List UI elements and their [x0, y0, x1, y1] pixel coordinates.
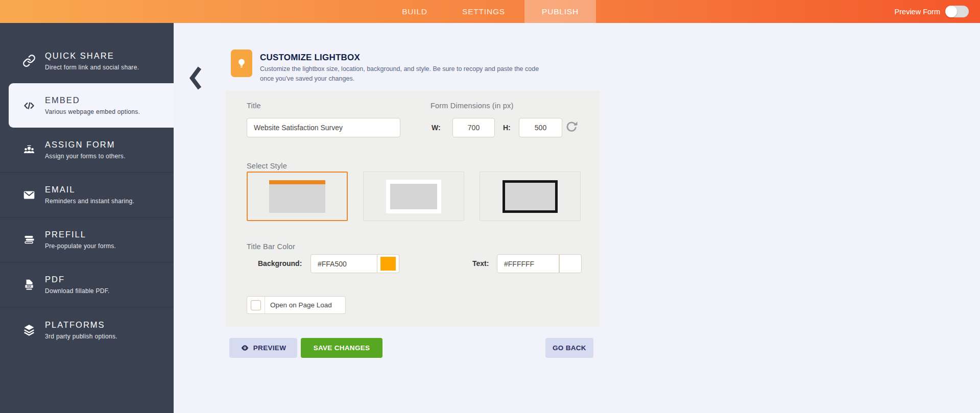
- save-button-label: SAVE CHANGES: [314, 344, 370, 352]
- topbar: BUILD SETTINGS PUBLISH Preview Form: [0, 0, 980, 23]
- width-input[interactable]: [452, 118, 495, 137]
- text-color-input[interactable]: [497, 254, 559, 273]
- sidebar-item-platforms[interactable]: PLATFORMS 3rd party publish options.: [0, 307, 174, 352]
- style-option-black-border[interactable]: [480, 172, 581, 221]
- sidebar-item-subtitle: Download fillable PDF.: [45, 287, 110, 295]
- open-on-page-load-control[interactable]: Open on Page Load: [247, 296, 346, 314]
- customize-lightbox-panel: Title Form Dimensions (in px) W: H: Sele…: [226, 91, 600, 327]
- background-color-input[interactable]: [310, 254, 377, 273]
- chevron-left-icon: [188, 66, 204, 90]
- text-color-label: Text:: [472, 259, 489, 268]
- title-label: Title: [247, 102, 261, 110]
- tab-publish[interactable]: PUBLISH: [524, 0, 596, 23]
- reset-dimensions-button[interactable]: [564, 120, 579, 135]
- link-icon: [22, 54, 36, 68]
- code-icon: [22, 99, 36, 112]
- layers-icon: [22, 323, 36, 337]
- save-changes-button[interactable]: SAVE CHANGES: [301, 338, 383, 358]
- preview-form-control: Preview Form: [895, 0, 969, 23]
- divider: [265, 297, 265, 313]
- preview-form-label: Preview Form: [895, 8, 940, 16]
- sidebar-item-subtitle: Direct form link and social share.: [45, 64, 139, 71]
- height-input[interactable]: [519, 118, 562, 137]
- envelope-icon: [22, 188, 36, 202]
- style-option-white-border[interactable]: [363, 172, 464, 221]
- sidebar-item-subtitle: 3rd party publish options.: [45, 333, 117, 340]
- people-icon: [22, 143, 36, 157]
- sidebar-item-assign-form[interactable]: ASSIGN FORM Assign your forms to others.: [0, 128, 174, 173]
- preview-form-toggle[interactable]: [946, 6, 969, 17]
- sidebar-item-subtitle: Pre-populate your forms.: [45, 242, 116, 250]
- swatch-fill: [563, 257, 578, 271]
- sidebar-item-email[interactable]: EMAIL Reminders and instant sharing.: [0, 173, 174, 217]
- sidebar-item-embed[interactable]: EMBED Various webpage embed options.: [9, 83, 174, 128]
- text-color-swatch[interactable]: [559, 254, 582, 273]
- sidebar-item-title: PDF: [45, 275, 110, 284]
- sidebar-item-title: ASSIGN FORM: [45, 140, 126, 150]
- main-content: CUSTOMIZE LIGHTBOX Customize the lightbo…: [174, 23, 980, 413]
- background-color-swatch[interactable]: [377, 254, 399, 273]
- open-on-page-load-checkbox[interactable]: [251, 300, 261, 310]
- svg-text:PDF: PDF: [27, 285, 31, 287]
- width-label: W:: [432, 124, 441, 132]
- title-bar-color-label: Title Bar Color: [247, 242, 295, 251]
- go-back-button-label: GO BACK: [553, 344, 586, 352]
- sidebar-item-pdf[interactable]: PDF PDF Download fillable PDF.: [0, 262, 174, 307]
- app-window: BUILD SETTINGS PUBLISH Preview Form QUIC…: [0, 0, 980, 413]
- sidebar-item-title: QUICK SHARE: [45, 51, 139, 61]
- swatch-fill: [380, 257, 396, 271]
- style-thumbnail: [503, 180, 558, 213]
- refresh-icon: [564, 120, 579, 135]
- sidebar-item-title: EMAIL: [45, 185, 134, 195]
- topbar-tabs: BUILD SETTINGS PUBLISH: [387, 0, 596, 23]
- preview-button[interactable]: PREVIEW: [229, 338, 297, 358]
- back-button[interactable]: [188, 66, 204, 90]
- select-style-label: Select Style: [247, 162, 287, 170]
- sidebar-item-subtitle: Assign your forms to others.: [45, 153, 126, 160]
- tab-build[interactable]: BUILD: [387, 0, 443, 23]
- sidebar-item-subtitle: Reminders and instant sharing.: [45, 198, 134, 205]
- style-option-title-bar[interactable]: [247, 172, 348, 221]
- eye-icon: [241, 344, 249, 352]
- stack-icon: [22, 233, 36, 247]
- sidebar-item-title: PLATFORMS: [45, 320, 117, 330]
- pdf-icon: PDF: [22, 278, 36, 291]
- sidebar-item-subtitle: Various webpage embed options.: [45, 108, 140, 115]
- toggle-knob: [945, 6, 957, 17]
- background-label: Background:: [258, 259, 302, 268]
- title-input[interactable]: [247, 118, 400, 137]
- go-back-button[interactable]: GO BACK: [545, 338, 593, 358]
- style-thumbnail: [386, 180, 441, 213]
- height-label: H:: [503, 124, 511, 132]
- sidebar-item-title: PREFILL: [45, 230, 116, 239]
- sidebar-item-prefill[interactable]: PREFILL Pre-populate your forms.: [0, 217, 174, 262]
- sidebar-item-title: EMBED: [45, 95, 140, 105]
- sidebar-item-quick-share[interactable]: QUICK SHARE Direct form link and social …: [0, 38, 174, 83]
- publish-sidebar: QUICK SHARE Direct form link and social …: [0, 23, 174, 413]
- page-description: Customize the lightbox size, location, b…: [260, 64, 544, 84]
- form-dimensions-label: Form Dimensions (in px): [431, 102, 514, 110]
- lightbulb-icon: [231, 50, 252, 77]
- style-thumbnail: [269, 180, 325, 213]
- tab-settings[interactable]: SETTINGS: [443, 0, 524, 23]
- preview-button-label: PREVIEW: [253, 344, 286, 352]
- open-on-page-load-label: Open on Page Load: [270, 301, 332, 309]
- page-title: CUSTOMIZE LIGHTBOX: [260, 53, 360, 63]
